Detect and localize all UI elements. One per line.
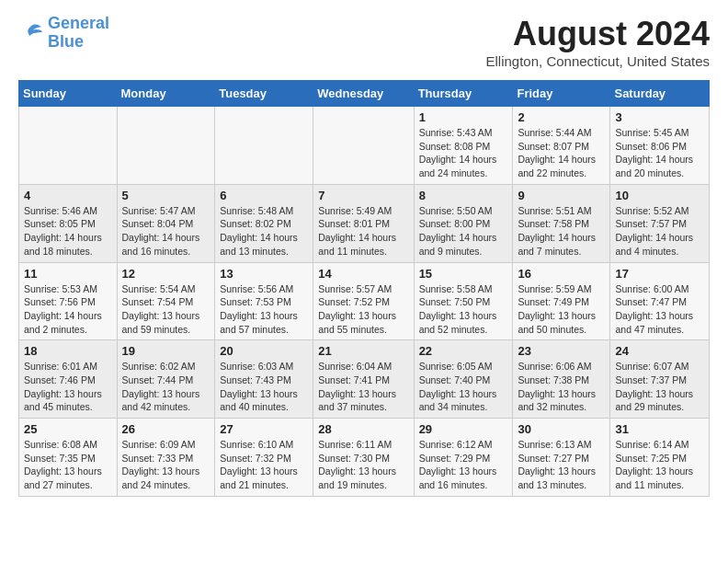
calendar-cell: 28Sunrise: 6:11 AM Sunset: 7:30 PM Dayli… [313, 419, 414, 497]
calendar-cell: 11Sunrise: 5:53 AM Sunset: 7:56 PM Dayli… [19, 262, 118, 340]
calendar-cell: 24Sunrise: 6:07 AM Sunset: 7:37 PM Dayli… [610, 340, 710, 419]
calendar-cell: 21Sunrise: 6:04 AM Sunset: 7:41 PM Dayli… [313, 340, 414, 419]
day-info: Sunrise: 5:46 AM Sunset: 8:05 PM Dayligh… [24, 204, 112, 259]
calendar-cell: 9Sunrise: 5:51 AM Sunset: 7:58 PM Daylig… [513, 184, 610, 262]
calendar-cell: 26Sunrise: 6:09 AM Sunset: 7:33 PM Dayli… [117, 419, 215, 497]
day-info: Sunrise: 5:49 AM Sunset: 8:01 PM Dayligh… [318, 204, 408, 259]
day-info: Sunrise: 5:51 AM Sunset: 7:58 PM Dayligh… [518, 204, 605, 259]
day-number: 3 [615, 110, 704, 124]
calendar-cell: 31Sunrise: 6:14 AM Sunset: 7:25 PM Dayli… [610, 419, 710, 497]
day-info: Sunrise: 5:47 AM Sunset: 8:04 PM Dayligh… [122, 204, 210, 259]
day-number: 2 [518, 110, 605, 124]
calendar-cell: 29Sunrise: 6:12 AM Sunset: 7:29 PM Dayli… [414, 419, 513, 497]
day-info: Sunrise: 6:04 AM Sunset: 7:41 PM Dayligh… [318, 360, 408, 414]
calendar-cell: 12Sunrise: 5:54 AM Sunset: 7:54 PM Dayli… [117, 262, 215, 340]
day-info: Sunrise: 6:01 AM Sunset: 7:46 PM Dayligh… [24, 360, 112, 414]
day-number: 4 [24, 189, 112, 202]
day-info: Sunrise: 6:03 AM Sunset: 7:43 PM Dayligh… [220, 360, 308, 414]
day-info: Sunrise: 6:09 AM Sunset: 7:33 PM Dayligh… [122, 438, 210, 492]
calendar-cell [215, 107, 313, 185]
calendar-cell: 14Sunrise: 5:57 AM Sunset: 7:52 PM Dayli… [313, 262, 414, 340]
title-block: August 2024 Ellington, Connecticut, Unit… [486, 15, 710, 69]
day-number: 16 [518, 267, 605, 281]
calendar-cell: 10Sunrise: 5:52 AM Sunset: 7:57 PM Dayli… [610, 184, 710, 262]
day-number: 9 [518, 189, 605, 202]
day-info: Sunrise: 5:45 AM Sunset: 8:06 PM Dayligh… [615, 126, 704, 180]
day-info: Sunrise: 5:53 AM Sunset: 7:56 PM Dayligh… [24, 282, 112, 337]
day-number: 12 [122, 267, 210, 281]
day-number: 6 [220, 189, 308, 202]
day-info: Sunrise: 6:12 AM Sunset: 7:29 PM Dayligh… [419, 438, 508, 492]
day-number: 7 [318, 189, 408, 202]
calendar-cell: 19Sunrise: 6:02 AM Sunset: 7:44 PM Dayli… [117, 340, 215, 419]
day-number: 11 [24, 267, 112, 281]
day-info: Sunrise: 6:08 AM Sunset: 7:35 PM Dayligh… [24, 438, 112, 492]
week-row-2: 4Sunrise: 5:46 AM Sunset: 8:05 PM Daylig… [19, 184, 710, 262]
week-row-1: 1Sunrise: 5:43 AM Sunset: 8:08 PM Daylig… [19, 107, 710, 185]
calendar-cell: 13Sunrise: 5:56 AM Sunset: 7:53 PM Dayli… [215, 262, 313, 340]
day-info: Sunrise: 5:44 AM Sunset: 8:07 PM Dayligh… [518, 126, 605, 180]
day-number: 22 [419, 344, 508, 358]
day-info: Sunrise: 6:13 AM Sunset: 7:27 PM Dayligh… [518, 438, 605, 492]
day-info: Sunrise: 5:54 AM Sunset: 7:54 PM Dayligh… [122, 282, 210, 337]
day-number: 20 [220, 344, 308, 358]
calendar-cell: 4Sunrise: 5:46 AM Sunset: 8:05 PM Daylig… [19, 184, 118, 262]
day-info: Sunrise: 5:59 AM Sunset: 7:49 PM Dayligh… [518, 282, 605, 337]
calendar-cell: 25Sunrise: 6:08 AM Sunset: 7:35 PM Dayli… [19, 419, 118, 497]
calendar-body: 1Sunrise: 5:43 AM Sunset: 8:08 PM Daylig… [19, 107, 710, 497]
logo-icon [18, 20, 44, 46]
day-number: 30 [518, 422, 605, 436]
day-info: Sunrise: 6:07 AM Sunset: 7:37 PM Dayligh… [615, 360, 704, 414]
day-info: Sunrise: 6:00 AM Sunset: 7:47 PM Dayligh… [615, 282, 704, 337]
day-info: Sunrise: 5:50 AM Sunset: 8:00 PM Dayligh… [419, 204, 508, 259]
calendar-table: SundayMondayTuesdayWednesdayThursdayFrid… [18, 80, 710, 497]
day-info: Sunrise: 6:06 AM Sunset: 7:38 PM Dayligh… [518, 360, 605, 414]
calendar-cell: 5Sunrise: 5:47 AM Sunset: 8:04 PM Daylig… [117, 184, 215, 262]
day-number: 19 [122, 344, 210, 358]
location: Ellington, Connecticut, United States [486, 53, 710, 69]
day-number: 31 [615, 422, 704, 436]
month-title: August 2024 [486, 15, 710, 53]
day-number: 1 [419, 110, 508, 124]
page-header: General Blue August 2024 Ellington, Conn… [18, 15, 710, 69]
day-info: Sunrise: 5:48 AM Sunset: 8:02 PM Dayligh… [220, 204, 308, 259]
day-number: 29 [419, 422, 508, 436]
calendar-cell: 2Sunrise: 5:44 AM Sunset: 8:07 PM Daylig… [513, 107, 610, 185]
calendar-cell: 30Sunrise: 6:13 AM Sunset: 7:27 PM Dayli… [513, 419, 610, 497]
week-row-4: 18Sunrise: 6:01 AM Sunset: 7:46 PM Dayli… [19, 340, 710, 419]
calendar-cell [117, 107, 215, 185]
day-info: Sunrise: 6:10 AM Sunset: 7:32 PM Dayligh… [220, 438, 308, 492]
day-info: Sunrise: 5:52 AM Sunset: 7:57 PM Dayligh… [615, 204, 704, 259]
calendar-cell: 23Sunrise: 6:06 AM Sunset: 7:38 PM Dayli… [513, 340, 610, 419]
header-tuesday: Tuesday [215, 81, 313, 107]
header-monday: Monday [117, 81, 215, 107]
day-info: Sunrise: 6:11 AM Sunset: 7:30 PM Dayligh… [318, 438, 408, 492]
day-number: 8 [419, 189, 508, 202]
calendar-cell: 7Sunrise: 5:49 AM Sunset: 8:01 PM Daylig… [313, 184, 414, 262]
header-friday: Friday [513, 81, 610, 107]
calendar-cell: 20Sunrise: 6:03 AM Sunset: 7:43 PM Dayli… [215, 340, 313, 419]
calendar-cell: 8Sunrise: 5:50 AM Sunset: 8:00 PM Daylig… [414, 184, 513, 262]
calendar-cell: 22Sunrise: 6:05 AM Sunset: 7:40 PM Dayli… [414, 340, 513, 419]
day-number: 27 [220, 422, 308, 436]
logo: General Blue [18, 15, 109, 52]
calendar-cell: 1Sunrise: 5:43 AM Sunset: 8:08 PM Daylig… [414, 107, 513, 185]
day-number: 14 [318, 267, 408, 281]
day-number: 25 [24, 422, 112, 436]
day-number: 28 [318, 422, 408, 436]
day-number: 17 [615, 267, 704, 281]
header-sunday: Sunday [19, 81, 118, 107]
week-row-5: 25Sunrise: 6:08 AM Sunset: 7:35 PM Dayli… [19, 419, 710, 497]
day-number: 23 [518, 344, 605, 358]
day-number: 10 [615, 189, 704, 202]
day-number: 24 [615, 344, 704, 358]
header-wednesday: Wednesday [313, 81, 414, 107]
calendar-header: SundayMondayTuesdayWednesdayThursdayFrid… [19, 81, 710, 107]
logo-line1: General [48, 14, 109, 32]
calendar-cell: 15Sunrise: 5:58 AM Sunset: 7:50 PM Dayli… [414, 262, 513, 340]
day-info: Sunrise: 6:05 AM Sunset: 7:40 PM Dayligh… [419, 360, 508, 414]
day-info: Sunrise: 5:57 AM Sunset: 7:52 PM Dayligh… [318, 282, 408, 337]
day-info: Sunrise: 5:43 AM Sunset: 8:08 PM Dayligh… [419, 126, 508, 180]
day-number: 18 [24, 344, 112, 358]
logo-line2: Blue [48, 33, 109, 52]
